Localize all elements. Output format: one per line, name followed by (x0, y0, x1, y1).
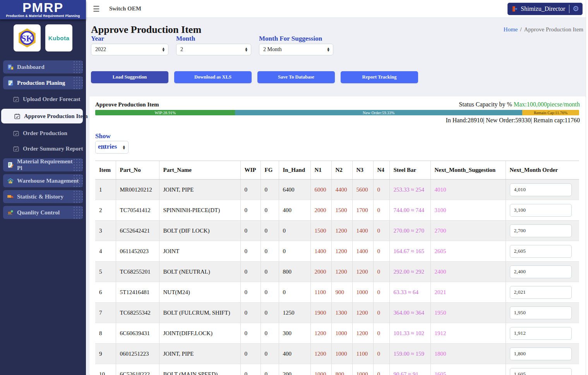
cell-part_no: 0601251223 (116, 344, 159, 364)
next-month-order-input[interactable] (510, 307, 572, 319)
truck-icon (7, 193, 14, 200)
conveyor-icon (7, 209, 14, 216)
cell-suggestion: 1800 (430, 344, 506, 364)
capacity-segment-2: Remain Cap:11.76% (522, 110, 579, 115)
sidebar-item-approve-production-item[interactable]: Approve Production Item (1, 109, 83, 123)
next-month-order-input[interactable] (510, 327, 572, 340)
cell-item: 9 (95, 344, 116, 364)
cell-item: 10 (95, 364, 116, 375)
cell-wip: 0 (240, 282, 261, 303)
month-for-suggession-select[interactable]: 2 Month ▲▼ (259, 44, 333, 55)
table-body: 1MR00120212JOINT, PIPE006400600044005600… (95, 180, 579, 375)
cell-n4: 0 (373, 364, 389, 375)
cell-order (506, 262, 579, 282)
cell-part_name: SPINNINH-PIECE(DT) (159, 200, 240, 221)
cell-wip: 0 (240, 364, 261, 375)
cell-wip: 0 (240, 344, 261, 364)
user-menu-button[interactable]: Shimizu_Director ⚙ (507, 3, 583, 15)
year-select[interactable]: 2022 ▲▼ (91, 44, 168, 55)
sidebar-item-label: Quanlity Control (17, 209, 60, 216)
next-month-order-input[interactable] (510, 368, 572, 375)
sidebar-item-order-production[interactable]: Order Production (0, 127, 83, 139)
page-content: Approve Production Item Home/Approve Pro… (86, 18, 588, 375)
next-month-order-input[interactable] (510, 245, 572, 258)
cell-suggestion: 2700 (430, 221, 506, 241)
cell-order (506, 323, 579, 344)
cell-part_name: JOINT, PIPE (159, 344, 240, 364)
dashboard-icon (7, 63, 14, 70)
year-select-value: 2022 (95, 46, 163, 53)
cell-part_no: TC70541412 (116, 200, 159, 221)
next-month-order-input[interactable] (510, 183, 572, 196)
action-buttons: Load Suggestion Download as XLS Save To … (89, 71, 588, 83)
cell-steel_bar: 253.33 ≈ 254 (389, 180, 430, 200)
hamburger-icon[interactable]: ☰ (93, 5, 100, 13)
sidebar-item-label: Material Requirement Pl (17, 158, 79, 171)
next-month-order-input[interactable] (510, 265, 572, 278)
column-header: N1 (310, 161, 331, 180)
table-row: 90601251223JOINT, PIPE004001200100011000… (95, 344, 579, 364)
sidebar-item-upload-order-forecast[interactable]: Upload Order Forecast (0, 93, 83, 105)
sidebar-item-statistic-history[interactable]: Statistic & History (3, 190, 83, 203)
column-header: Part_Name (159, 161, 240, 180)
cell-fg: 0 (261, 221, 279, 241)
cell-in_hand: 6400 (279, 180, 310, 200)
cell-order (506, 241, 579, 262)
gear-icon[interactable]: ⚙ (573, 5, 579, 12)
cell-n3: 1200 (352, 262, 373, 282)
cell-n2: 4400 (331, 180, 352, 200)
next-month-order-input[interactable] (510, 348, 572, 360)
column-header: N3 (352, 161, 373, 180)
cell-suggestion: 4010 (430, 180, 506, 200)
breadcrumb-current: Approve Production Item (524, 26, 583, 33)
cell-steel_bar: 364.00 ≈ 364 (389, 303, 430, 323)
cell-item: 6 (95, 282, 116, 303)
sidebar-menu: Dashboard Production Planing Upload Orde… (0, 57, 86, 219)
brand-banner: PMRP Production & Material Requirement P… (0, 0, 86, 19)
calendar-check-icon (14, 113, 21, 120)
capacity-bar: WIP:28.91%New Order:59.33%Remain Cap:11.… (95, 110, 579, 115)
report-tracking-button[interactable]: Report Tracking (341, 71, 418, 83)
cell-n4: 0 (373, 323, 389, 344)
save-to-database-button[interactable]: Save To Database (257, 71, 335, 83)
next-month-order-input[interactable] (510, 204, 572, 217)
sidebar-item-order-summary-report[interactable]: Order Summary Report (0, 143, 83, 154)
sidebar-item-quanlity-control[interactable]: Quanlity Control (3, 206, 83, 219)
cell-item: 7 (95, 303, 116, 323)
approve-card: Approve Production Item Status Capacity … (89, 96, 586, 375)
switch-oem-link[interactable]: Switch OEM (109, 5, 141, 12)
sidebar-item-production-planing[interactable]: Production Planing (3, 76, 83, 89)
cell-in_hand: 200 (279, 364, 310, 375)
page-title: Approve Production Item (91, 24, 201, 36)
month-select[interactable]: 2 ▲▼ (176, 44, 251, 55)
table-row: 106C52618222BOLT (MAIN SPEED)00200100080… (95, 364, 579, 375)
cell-part_name: JOINT (159, 241, 240, 262)
sidebar-item-warehouse-management[interactable]: Warehouse Management (3, 174, 83, 187)
next-month-order-input[interactable] (510, 286, 572, 299)
cell-order (506, 200, 579, 221)
month-label: Month (176, 35, 251, 43)
column-header: Next_Month_Suggestion (430, 161, 506, 180)
column-header: In_Hand (279, 161, 310, 180)
entries-select[interactable]: 10 ▲▼ entries (95, 141, 129, 154)
cell-n1: 1900 (310, 303, 331, 323)
scrollbar-track[interactable] (586, 0, 588, 375)
next-month-order-input[interactable] (510, 224, 572, 237)
planning-clipboard-icon (7, 79, 14, 86)
download-xls-button[interactable]: Download as XLS (174, 71, 252, 83)
max-capacity-text: Max:100,000piecse/month (514, 101, 580, 108)
sidebar-item-label: Dashboard (17, 64, 45, 70)
table-row: 36C52642421BOLT (DIF LOCK)00015001200140… (95, 221, 579, 241)
sidebar-item-material-requirement[interactable]: Material Requirement Pl (3, 158, 83, 171)
column-header: Steel Bar (389, 161, 430, 180)
cell-n1: 2000 (310, 200, 331, 221)
cell-suggestion: 1912 (430, 323, 506, 344)
cell-n4: 0 (373, 344, 389, 364)
sidebar-item-dashboard[interactable]: Dashboard (3, 60, 83, 74)
load-suggestion-button[interactable]: Load Suggestion (91, 71, 168, 83)
cell-n1: 1500 (310, 221, 331, 241)
breadcrumb-home-link[interactable]: Home (504, 26, 518, 33)
cell-in_hand: 0 (279, 241, 310, 262)
cell-n2: 1300 (331, 303, 352, 323)
kubota-wordmark: Kubota (48, 35, 70, 41)
